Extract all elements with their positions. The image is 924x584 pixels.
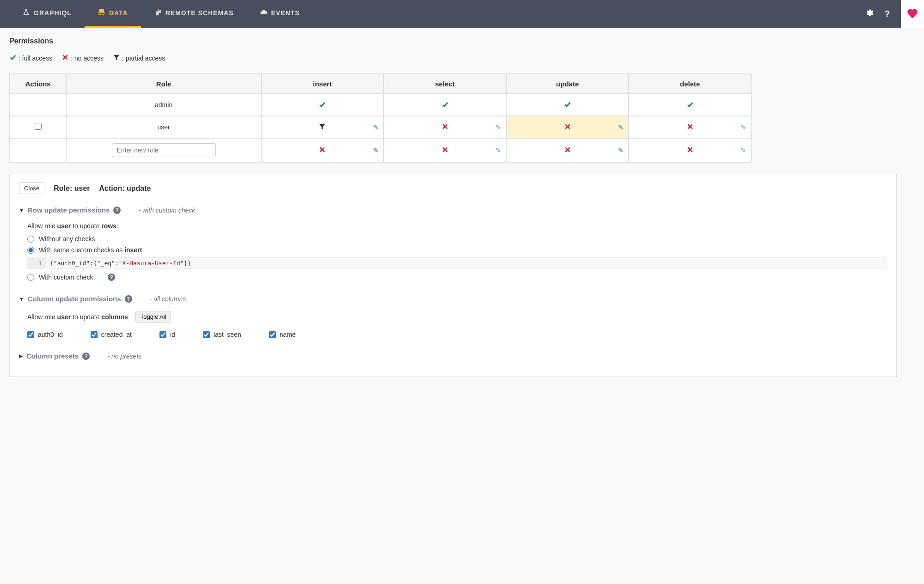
check-icon [564,102,571,110]
filter-icon [113,54,120,62]
th-select: select [384,74,506,94]
presets-toggle[interactable]: ▶ Column presets ? - no presets [19,352,887,360]
help-icon[interactable]: ? [113,207,121,214]
row-perms-title: Row update permissions [28,206,110,214]
pencil-icon[interactable]: ✎ [373,123,379,131]
column-name: name [280,331,296,338]
col-perms-title: Column update permissions [28,295,121,303]
column-name: id [170,331,175,338]
help-icon[interactable]: ? [82,353,90,360]
col-perms-toggle[interactable]: ▼ Column update permissions ? - all colu… [19,295,887,303]
perm-cell-delete[interactable]: ✎ [629,138,751,162]
check-icon [318,102,326,110]
row-perms-annotation: - with custom check [138,207,195,214]
perm-row-new: ✎ ✎ ✎ ✎ [10,138,751,162]
presets-annotation: - no presets [107,353,141,360]
gear-icon[interactable] [865,8,874,19]
perm-cell-update[interactable]: ✎ [506,138,629,162]
nav-remote-schemas[interactable]: REMOTE SCHEMAS [141,0,247,28]
perm-cell-delete[interactable] [629,94,751,116]
cross-icon [61,54,69,62]
database-icon [98,8,105,18]
pencil-icon[interactable]: ✎ [373,146,379,154]
flask-icon [22,8,30,18]
check-icon [441,102,449,110]
close-button[interactable]: Close [19,182,44,194]
col-check-name[interactable]: name [269,331,296,338]
chevron-down-icon: ▼ [19,207,24,213]
role-cell: admin [66,94,261,116]
columns-list: auth0_id created_at id last_seen name [27,331,887,338]
perm-row-user: user ✎ ✎ ✎ ✎ [10,116,751,138]
top-nav: GRAPHIQL DATA REMOTE SCHEMAS EVENTS ? [0,0,924,28]
column-permissions-section: ▼ Column update permissions ? - all colu… [19,295,887,338]
pencil-icon[interactable]: ✎ [740,146,746,154]
col-check-created-at[interactable]: created_at [91,331,132,338]
radio-custom-check[interactable] [27,274,34,281]
column-name: auth0_id [38,331,63,338]
col-check-id[interactable]: id [159,331,175,338]
row-permissions-section: ▼ Row update permissions ? - with custom… [19,206,887,281]
chevron-down-icon: ▼ [19,296,24,302]
col-check-auth0-id[interactable]: auth0_id [27,331,63,338]
radio-label-no-check: Without any checks [39,235,95,243]
col-check-last-seen[interactable]: last_seen [203,331,241,338]
column-checkbox[interactable] [159,331,166,338]
pencil-icon[interactable]: ✎ [618,146,624,154]
perm-cell-insert[interactable]: ✎ [261,116,384,138]
presets-title: Column presets [26,352,79,360]
perm-cell-update[interactable]: ✎ [506,116,629,138]
cross-icon [564,147,571,155]
nav-label: DATA [109,9,128,17]
radio-label-same-check: With same custom checks as insert [39,246,142,254]
perm-cell-update[interactable] [506,94,629,116]
role-header: Role: user [54,184,90,193]
column-checkbox[interactable] [27,331,34,338]
allow-rows-line: Allow role user to update rows: [27,222,887,230]
perm-cell-select[interactable] [384,94,506,116]
perm-row-admin: admin [10,94,751,116]
row-perms-toggle[interactable]: ▼ Row update permissions ? - with custom… [19,206,887,214]
radio-no-check[interactable] [27,236,34,243]
action-header: Action: update [99,184,151,193]
check-expression-code: 1 {"auth0_id":{"_eq":"X-Hasura-User-Id"}… [27,257,887,269]
nav-events[interactable]: EVENTS [247,0,313,28]
check-icon [686,102,694,110]
pencil-icon[interactable]: ✎ [496,123,501,131]
heart-box[interactable] [901,0,924,28]
perm-cell-select[interactable]: ✎ [384,138,506,162]
cross-icon [686,147,694,155]
help-icon[interactable]: ? [108,274,115,281]
cross-icon [564,124,571,132]
help-icon[interactable]: ? [125,295,132,303]
allow-columns-line: Allow role user to update columns: [27,313,130,321]
perm-cell-select[interactable]: ✎ [384,116,506,138]
action-value: update [127,184,151,192]
new-role-input[interactable] [112,143,216,157]
nav-graphiql[interactable]: GRAPHIQL [9,0,85,28]
perm-cell-insert[interactable] [261,94,384,116]
check-icon [9,54,17,62]
code-line: {"auth0_id":{"_eq":"X-Hasura-User-Id"}} [46,258,195,268]
row-checkbox[interactable] [35,123,42,130]
heart-icon [907,8,918,19]
radio-label-custom-check: With custom check: [39,274,95,281]
legend: : full access : no access : partial acce… [9,54,915,62]
pencil-icon[interactable]: ✎ [740,123,746,131]
column-presets-section: ▶ Column presets ? - no presets [19,352,887,360]
column-checkbox[interactable] [91,331,98,338]
perm-cell-delete[interactable]: ✎ [629,116,751,138]
help-icon[interactable]: ? [885,9,890,19]
pencil-icon[interactable]: ✎ [496,146,501,154]
cross-icon [686,124,694,132]
column-checkbox[interactable] [203,331,210,338]
column-checkbox[interactable] [269,331,276,338]
role-label: Role: [54,184,74,192]
perm-cell-insert[interactable]: ✎ [261,138,384,162]
toggle-all-button[interactable]: Toggle All [135,311,171,322]
plug-icon [154,8,162,18]
radio-same-check[interactable] [27,247,34,254]
pencil-icon[interactable]: ✎ [618,123,624,131]
col-perms-annotation: - all columns [150,295,186,303]
nav-data[interactable]: DATA [85,0,141,28]
